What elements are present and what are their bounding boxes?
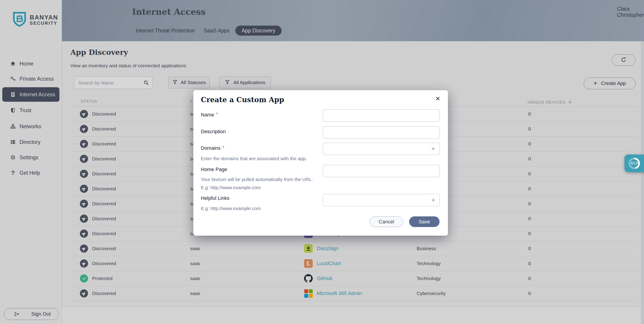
cancel-button[interactable]: Cancel — [370, 216, 403, 227]
required-asterisk: * — [222, 145, 224, 150]
name-field[interactable] — [323, 109, 440, 122]
homepage-label: Home Page — [201, 166, 227, 172]
modal-title: Create a Custom App — [201, 96, 284, 104]
add-link-icon[interactable]: + — [429, 196, 437, 204]
tour-progress-label: 6/13 — [628, 158, 640, 169]
app-window: Internet Access Internet Threat Protecti… — [0, 0, 644, 324]
homepage-help2: E.g: http://www.example.com — [201, 185, 261, 190]
name-label: Name* — [201, 112, 218, 118]
links-help: E.g: http://www.example.com — [201, 206, 261, 211]
homepage-field[interactable] — [323, 165, 440, 177]
add-domain-icon[interactable]: + — [429, 145, 437, 153]
create-custom-app-modal: Create a Custom App ✕ Name* Description … — [193, 90, 448, 236]
helpful-links-label: Helpful Links — [201, 195, 230, 201]
required-asterisk: * — [216, 112, 218, 117]
domains-help: Enter the domains that are associated wi… — [201, 156, 307, 161]
domains-label: Domains* — [201, 145, 224, 151]
domains-field[interactable] — [323, 143, 440, 155]
tour-progress-badge[interactable]: 6/13 — [624, 155, 644, 172]
description-label: Description — [201, 129, 226, 135]
helpful-links-field[interactable] — [323, 194, 440, 206]
description-field[interactable] — [323, 126, 440, 139]
close-icon[interactable]: ✕ — [434, 96, 442, 102]
homepage-help1: Your favicon will be pulled automaticall… — [201, 177, 313, 182]
save-button[interactable]: Save — [409, 216, 440, 227]
